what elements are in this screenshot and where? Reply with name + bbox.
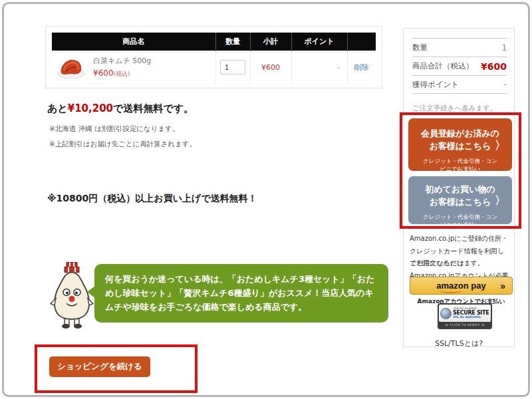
item-subtotal: ¥600 xyxy=(250,51,291,84)
product-price-amount: ¥600 xyxy=(93,68,114,78)
delete-item-link[interactable]: 削除 xyxy=(354,63,369,72)
recommendation-bubble: 何を買おうか迷っている時は、「おためしキムチ3種セット」「おためし珍味セット」「… xyxy=(94,264,388,323)
first-time-button-subtitle: クレジット・代金引換・コンビニでお支払い xyxy=(408,213,512,230)
header-actions xyxy=(347,33,376,51)
member-button-subtitle: クレジット・代金引換・コンビニでお支払い xyxy=(408,157,512,174)
headline-prefix: あと xyxy=(47,102,68,114)
summary-label: 獲得ポイント xyxy=(412,80,459,90)
headline-suffix: で送料無料です。 xyxy=(113,102,194,114)
free-shipping-threshold-note: ※10800円（税込）以上お買い上げで送料無料！ xyxy=(47,193,257,205)
chevron-right-icon: 〉 xyxy=(495,193,506,208)
ssl-secure-site-badge[interactable]: 256-bit enabled SECURE SITE SSL by Alpha… xyxy=(438,303,492,329)
first-time-checkout-button[interactable]: 初めてお買い物の お客様はこちら クレジット・代金引換・コンビニでお支払い 〉 xyxy=(408,176,512,224)
summary-value: 1 xyxy=(502,43,507,53)
summary-row-total: 商品合計（税込） ¥600 xyxy=(412,57,507,75)
member-checkout-button[interactable]: 会員登録がお済みの お客様はこちら クレジット・代金引換・コンビニでお支払い 〉 xyxy=(408,118,512,171)
summary-row-points: 獲得ポイント - xyxy=(412,75,507,94)
chevron-right-icon: 〉 xyxy=(495,137,506,152)
product-name: 白菜キムチ 500g xyxy=(93,56,151,66)
header-quantity: 数量 xyxy=(215,33,250,51)
ssl-tls-info-link[interactable]: SSL/TLSとは? xyxy=(403,338,515,348)
ssl-verify-label: ≫ CLICK TO VERIFY ≪ xyxy=(439,323,491,327)
quantity-input[interactable] xyxy=(220,60,245,74)
product-price-tax-label: (税込) xyxy=(114,70,130,77)
summary-row-quantity: 数量 1 xyxy=(412,38,507,57)
shipping-note-recalc: ※上記割引はお届け先ごとに再計算されます。 xyxy=(49,140,196,149)
proceed-note: ご注文手続きへ進みます。 xyxy=(412,104,497,113)
item-points: - xyxy=(291,51,347,84)
summary-total-value: ¥600 xyxy=(481,61,507,72)
amazon-smile-icon xyxy=(440,288,462,293)
header-points: ポイント xyxy=(291,33,347,51)
ssl-badge-line3: SSL by AlphaSSL xyxy=(453,316,489,319)
amazon-pay-button[interactable]: amazon pay » xyxy=(410,277,513,295)
cart-table-container: 商品名 数量 小計 ポイント xyxy=(45,26,382,88)
page-frame: 商品名 数量 小計 ポイント xyxy=(2,2,530,397)
headline-amount: ¥10,200 xyxy=(68,102,113,114)
cart-table: 商品名 数量 小計 ポイント xyxy=(52,33,376,84)
free-shipping-headline: あと¥10,200で送料無料です。 xyxy=(47,102,194,115)
shipping-note-hokkaido: ※北海道 沖縄 は別割引設定になります。 xyxy=(49,124,179,134)
product-image-kimchi xyxy=(56,55,86,80)
continue-shopping-button[interactable]: ショッピングを続ける xyxy=(49,356,150,377)
summary-table: 数量 1 商品合計（税込） ¥600 獲得ポイント - xyxy=(412,38,507,94)
header-product-name: 商品名 xyxy=(52,33,215,51)
product-price: ¥600(税込) xyxy=(93,68,151,78)
summary-value: - xyxy=(504,80,507,89)
cart-item-row: 白菜キムチ 500g ¥600(税込) ¥600 - 削除 xyxy=(52,51,376,84)
ssl-badge-inner: 256-bit enabled SECURE SITE SSL by Alpha… xyxy=(439,305,491,322)
summary-label: 商品合計（税込） xyxy=(412,61,473,71)
double-chevron-right-icon: » xyxy=(500,281,505,291)
cart-table-header-row: 商品名 数量 小計 ポイント xyxy=(52,33,376,51)
header-subtotal: 小計 xyxy=(250,33,291,51)
summary-label: 数量 xyxy=(412,43,428,53)
globe-icon xyxy=(440,308,452,319)
